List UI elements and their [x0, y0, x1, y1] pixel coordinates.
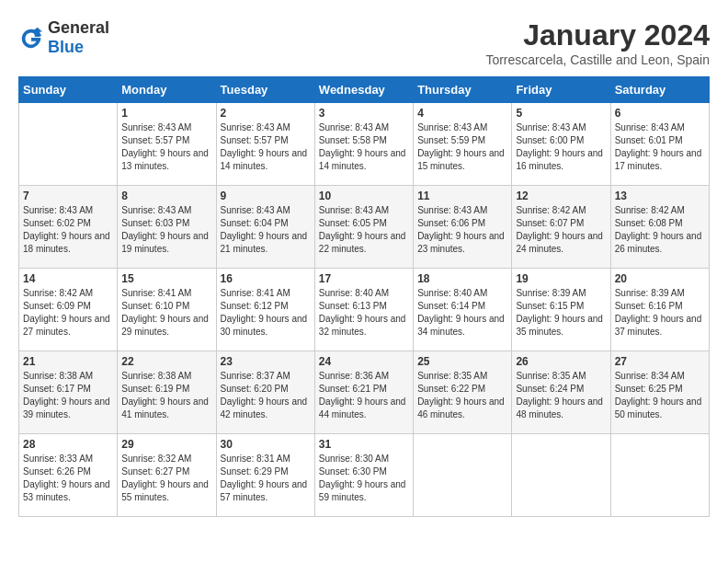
day-number: 3	[319, 107, 409, 120]
day-content: Sunrise: 8:43 AMSunset: 5:59 PMDaylight:…	[417, 121, 507, 173]
day-content: Sunrise: 8:43 AMSunset: 6:02 PMDaylight:…	[23, 204, 113, 256]
logo-blue: Blue	[48, 38, 84, 56]
day-content: Sunrise: 8:43 AMSunset: 6:04 PMDaylight:…	[221, 204, 311, 256]
logo: General Blue	[18, 18, 109, 57]
calendar-cell: 7Sunrise: 8:43 AMSunset: 6:02 PMDaylight…	[19, 186, 118, 269]
day-number: 5	[516, 107, 606, 120]
day-content: Sunrise: 8:43 AMSunset: 6:00 PMDaylight:…	[516, 121, 606, 173]
calendar-cell: 26Sunrise: 8:35 AMSunset: 6:24 PMDayligh…	[512, 351, 610, 434]
calendar-week-row: 14Sunrise: 8:42 AMSunset: 6:09 PMDayligh…	[19, 269, 710, 351]
day-content: Sunrise: 8:33 AMSunset: 6:26 PMDaylight:…	[23, 453, 113, 504]
calendar-cell: 6Sunrise: 8:43 AMSunset: 6:01 PMDaylight…	[610, 103, 709, 186]
calendar-day-header: Sunday	[19, 77, 118, 103]
calendar-cell: 23Sunrise: 8:37 AMSunset: 6:20 PMDayligh…	[216, 351, 314, 434]
calendar-cell: 25Sunrise: 8:35 AMSunset: 6:22 PMDayligh…	[414, 351, 512, 434]
day-content: Sunrise: 8:35 AMSunset: 6:24 PMDaylight:…	[516, 370, 606, 421]
calendar-cell: 3Sunrise: 8:43 AMSunset: 5:58 PMDaylight…	[314, 103, 413, 186]
page-header: General Blue January 2024 Torrescarcela,…	[18, 18, 710, 67]
day-number: 30	[221, 438, 311, 451]
day-number: 14	[23, 272, 113, 285]
day-number: 17	[319, 272, 409, 285]
logo-text: General Blue	[48, 18, 109, 57]
day-number: 25	[417, 355, 507, 368]
calendar-header-row: SundayMondayTuesdayWednesdayThursdayFrid…	[19, 77, 710, 103]
calendar-cell	[19, 103, 118, 186]
calendar-cell: 18Sunrise: 8:40 AMSunset: 6:14 PMDayligh…	[414, 269, 512, 351]
calendar-cell: 11Sunrise: 8:43 AMSunset: 6:06 PMDayligh…	[414, 186, 512, 269]
day-number: 24	[319, 355, 409, 368]
calendar-cell: 31Sunrise: 8:30 AMSunset: 6:30 PMDayligh…	[314, 434, 413, 517]
day-content: Sunrise: 8:34 AMSunset: 6:25 PMDaylight:…	[615, 370, 705, 421]
calendar-cell: 12Sunrise: 8:42 AMSunset: 6:07 PMDayligh…	[512, 186, 610, 269]
calendar-cell: 2Sunrise: 8:43 AMSunset: 5:57 PMDaylight…	[216, 103, 314, 186]
day-content: Sunrise: 8:41 AMSunset: 6:10 PMDaylight:…	[121, 287, 211, 339]
day-content: Sunrise: 8:40 AMSunset: 6:13 PMDaylight:…	[319, 287, 409, 339]
day-content: Sunrise: 8:43 AMSunset: 6:05 PMDaylight:…	[319, 204, 409, 256]
month-title: January 2024	[485, 18, 710, 52]
title-section: January 2024 Torrescarcela, Castille and…	[485, 18, 710, 67]
day-content: Sunrise: 8:43 AMSunset: 5:58 PMDaylight:…	[319, 121, 409, 173]
day-content: Sunrise: 8:30 AMSunset: 6:30 PMDaylight:…	[319, 453, 409, 504]
day-content: Sunrise: 8:31 AMSunset: 6:29 PMDaylight:…	[221, 453, 311, 504]
calendar-cell: 16Sunrise: 8:41 AMSunset: 6:12 PMDayligh…	[216, 269, 314, 351]
calendar-day-header: Thursday	[414, 77, 512, 103]
day-number: 23	[221, 355, 311, 368]
day-content: Sunrise: 8:36 AMSunset: 6:21 PMDaylight:…	[319, 370, 409, 421]
calendar-day-header: Saturday	[610, 77, 709, 103]
calendar-table: SundayMondayTuesdayWednesdayThursdayFrid…	[18, 76, 710, 517]
day-content: Sunrise: 8:43 AMSunset: 6:01 PMDaylight:…	[615, 121, 705, 173]
day-number: 10	[319, 190, 409, 202]
calendar-cell: 13Sunrise: 8:42 AMSunset: 6:08 PMDayligh…	[610, 186, 709, 269]
calendar-cell: 5Sunrise: 8:43 AMSunset: 6:00 PMDaylight…	[512, 103, 610, 186]
day-content: Sunrise: 8:32 AMSunset: 6:27 PMDaylight:…	[121, 453, 211, 504]
day-content: Sunrise: 8:43 AMSunset: 5:57 PMDaylight:…	[221, 121, 311, 173]
calendar-cell: 17Sunrise: 8:40 AMSunset: 6:13 PMDayligh…	[314, 269, 413, 351]
day-content: Sunrise: 8:35 AMSunset: 6:22 PMDaylight:…	[417, 370, 507, 421]
day-content: Sunrise: 8:39 AMSunset: 6:16 PMDaylight:…	[615, 287, 705, 339]
calendar-cell: 22Sunrise: 8:38 AMSunset: 6:19 PMDayligh…	[118, 351, 216, 434]
day-content: Sunrise: 8:39 AMSunset: 6:15 PMDaylight:…	[516, 287, 606, 339]
calendar-cell	[414, 434, 512, 517]
calendar-week-row: 7Sunrise: 8:43 AMSunset: 6:02 PMDaylight…	[19, 186, 710, 269]
day-number: 29	[121, 438, 211, 451]
day-number: 28	[23, 438, 113, 451]
day-number: 8	[121, 190, 211, 202]
day-number: 1	[121, 107, 211, 120]
calendar-day-header: Wednesday	[314, 77, 413, 103]
calendar-cell	[512, 434, 610, 517]
day-content: Sunrise: 8:41 AMSunset: 6:12 PMDaylight:…	[221, 287, 311, 339]
calendar-cell: 27Sunrise: 8:34 AMSunset: 6:25 PMDayligh…	[610, 351, 709, 434]
calendar-cell: 19Sunrise: 8:39 AMSunset: 6:15 PMDayligh…	[512, 269, 610, 351]
day-number: 16	[221, 272, 311, 285]
calendar-cell: 29Sunrise: 8:32 AMSunset: 6:27 PMDayligh…	[118, 434, 216, 517]
calendar-week-row: 21Sunrise: 8:38 AMSunset: 6:17 PMDayligh…	[19, 351, 710, 434]
day-number: 2	[221, 107, 311, 120]
day-content: Sunrise: 8:40 AMSunset: 6:14 PMDaylight:…	[417, 287, 507, 339]
calendar-cell: 10Sunrise: 8:43 AMSunset: 6:05 PMDayligh…	[314, 186, 413, 269]
day-number: 12	[516, 190, 606, 202]
day-number: 19	[516, 272, 606, 285]
logo-icon	[18, 25, 44, 51]
calendar-week-row: 1Sunrise: 8:43 AMSunset: 5:57 PMDaylight…	[19, 103, 710, 186]
day-content: Sunrise: 8:43 AMSunset: 6:06 PMDaylight:…	[417, 204, 507, 256]
calendar-cell: 28Sunrise: 8:33 AMSunset: 6:26 PMDayligh…	[19, 434, 118, 517]
day-number: 31	[319, 438, 409, 451]
logo-general: General	[48, 18, 109, 37]
calendar-cell: 14Sunrise: 8:42 AMSunset: 6:09 PMDayligh…	[19, 269, 118, 351]
calendar-week-row: 28Sunrise: 8:33 AMSunset: 6:26 PMDayligh…	[19, 434, 710, 517]
calendar-day-header: Monday	[118, 77, 216, 103]
calendar-cell: 1Sunrise: 8:43 AMSunset: 5:57 PMDaylight…	[118, 103, 216, 186]
day-number: 18	[417, 272, 507, 285]
calendar-cell	[610, 434, 709, 517]
day-number: 20	[615, 272, 705, 285]
day-number: 7	[23, 190, 113, 202]
calendar-cell: 20Sunrise: 8:39 AMSunset: 6:16 PMDayligh…	[610, 269, 709, 351]
calendar-cell: 15Sunrise: 8:41 AMSunset: 6:10 PMDayligh…	[118, 269, 216, 351]
day-number: 11	[417, 190, 507, 202]
calendar-cell: 24Sunrise: 8:36 AMSunset: 6:21 PMDayligh…	[314, 351, 413, 434]
calendar-cell: 4Sunrise: 8:43 AMSunset: 5:59 PMDaylight…	[414, 103, 512, 186]
day-number: 26	[516, 355, 606, 368]
day-number: 15	[121, 272, 211, 285]
day-content: Sunrise: 8:38 AMSunset: 6:19 PMDaylight:…	[121, 370, 211, 421]
day-content: Sunrise: 8:42 AMSunset: 6:07 PMDaylight:…	[516, 204, 606, 256]
